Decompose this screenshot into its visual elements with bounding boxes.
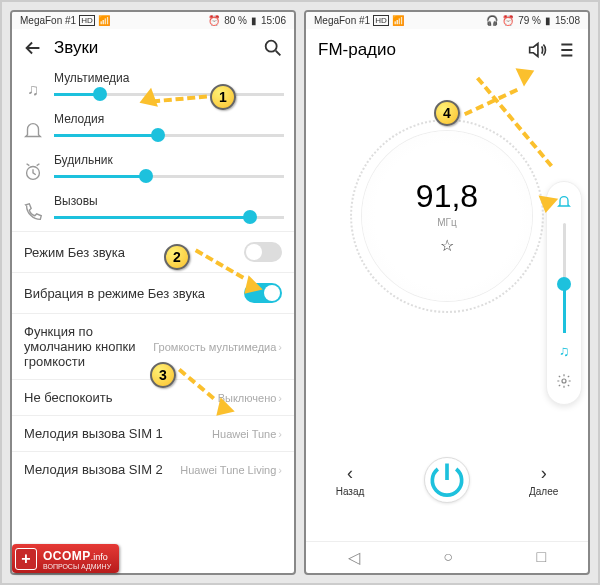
alarm-icon: ⏰ (502, 15, 514, 26)
chevron-right-icon: › (278, 341, 282, 353)
fm-radio-screen: MegaFon #1 HD 📶 🎧⏰79 %▮15:08 FM-радио 91… (304, 10, 590, 575)
slider-label: Мультимедиа (54, 71, 284, 85)
nav-recent-icon[interactable]: □ (537, 548, 547, 567)
status-bar: MegaFon #1 HD 📶 🎧⏰79 %▮15:08 (306, 12, 588, 29)
battery-icon: ▮ (251, 15, 257, 26)
fm-tuner-dial[interactable]: 91,8 МГц ☆ (362, 131, 532, 301)
favorite-star-icon[interactable]: ☆ (440, 236, 454, 255)
sim1-ringtone-row[interactable]: Мелодия вызова SIM 1Huawei Tune› (12, 415, 294, 451)
volume-panel: ♫ (546, 181, 582, 405)
chevron-right-icon: › (278, 464, 282, 476)
sim2-ringtone-row[interactable]: Мелодия вызова SIM 2Huawei Tune Living› (12, 451, 294, 487)
android-nav-bar: ◁ ○ □ (306, 541, 588, 573)
battery-pct: 80 % (224, 15, 247, 26)
silent-mode-row[interactable]: Режим Без звука (12, 231, 294, 272)
phone-icon (22, 202, 44, 224)
chevron-right-icon: › (278, 392, 282, 404)
dnd-row[interactable]: Не беспокоитьВыключено› (12, 379, 294, 415)
status-bar: MegaFon #1 HD 📶 ⏰80 %▮15:06 (12, 12, 294, 29)
chevron-right-icon: › (278, 428, 282, 440)
annotation-bubble-1: 1 (210, 84, 236, 110)
calls-slider[interactable] (54, 216, 284, 219)
frequency-unit: МГц (437, 217, 456, 228)
menu-list-icon[interactable] (554, 39, 576, 61)
frequency-value: 91,8 (416, 178, 478, 215)
svg-point-0 (266, 41, 277, 52)
search-icon[interactable] (262, 37, 284, 59)
melody-slider[interactable] (54, 134, 284, 137)
clock: 15:08 (555, 15, 580, 26)
annotation-bubble-4: 4 (434, 100, 460, 126)
nav-back-icon[interactable]: ◁ (348, 548, 360, 567)
signal-icon: 📶 (98, 15, 110, 26)
svg-point-2 (562, 379, 566, 383)
nav-home-icon[interactable]: ○ (443, 548, 453, 567)
back-icon[interactable] (22, 37, 44, 59)
annotation-bubble-3: 3 (150, 362, 176, 388)
battery-icon: ▮ (545, 15, 551, 26)
silent-toggle[interactable] (244, 242, 282, 262)
site-watermark: + OCOMP.info ВОПРОСЫ АДМИНУ (12, 544, 119, 573)
music-icon[interactable]: ♫ (555, 339, 574, 363)
alarm-icon (22, 161, 44, 183)
plus-icon: + (15, 548, 37, 570)
page-title: FM-радио (318, 40, 526, 60)
next-station-button[interactable]: ›Далее (529, 463, 558, 497)
battery-pct: 79 % (518, 15, 541, 26)
music-icon: ♫ (22, 81, 44, 99)
hd-badge: HD (79, 15, 95, 26)
bell-icon (22, 120, 44, 142)
page-title: Звуки (54, 38, 252, 58)
slider-label: Мелодия (54, 112, 284, 126)
speaker-icon[interactable] (526, 39, 548, 61)
power-button[interactable] (424, 457, 470, 503)
annotation-arrow-head (536, 195, 558, 214)
slider-label: Будильник (54, 153, 284, 167)
headphones-icon: 🎧 (486, 15, 498, 26)
hd-badge: HD (373, 15, 389, 26)
alarm-slider[interactable] (54, 175, 284, 178)
clock: 15:06 (261, 15, 286, 26)
carrier-label: MegaFon #1 (20, 15, 76, 26)
multimedia-slider[interactable] (54, 93, 284, 96)
prev-station-button[interactable]: ‹Назад (336, 463, 365, 497)
gear-icon[interactable] (552, 369, 576, 396)
carrier-label: MegaFon #1 (314, 15, 370, 26)
volume-slider[interactable] (563, 223, 566, 333)
slider-label: Вызовы (54, 194, 284, 208)
annotation-bubble-2: 2 (164, 244, 190, 270)
signal-icon: 📶 (392, 15, 404, 26)
alarm-icon: ⏰ (208, 15, 220, 26)
